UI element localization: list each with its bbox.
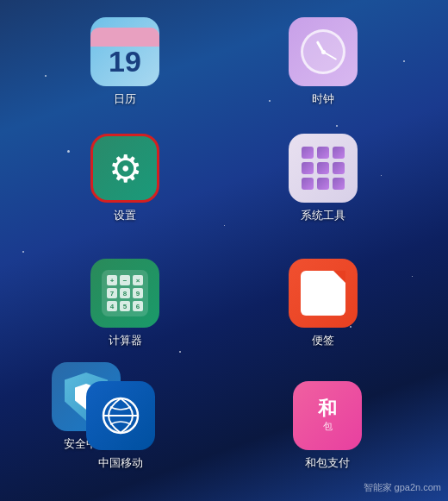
clock-face xyxy=(301,29,345,74)
notes-paper xyxy=(301,271,345,316)
system-tools-icon xyxy=(289,134,358,203)
sys-dot-8 xyxy=(317,178,329,190)
sys-dot-3 xyxy=(333,147,345,159)
app-settings[interactable]: ⚙ 设置 xyxy=(90,134,159,223)
notes-fold xyxy=(333,271,345,283)
bottom-dock: 中国移动 和 包 和包支付 xyxy=(17,381,431,471)
sys-dot-1 xyxy=(302,147,314,159)
calc-btn-4: 7 xyxy=(107,288,117,298)
system-grid xyxy=(295,140,352,197)
he-package-icon: 和 包 xyxy=(293,381,362,450)
clock-label: 时钟 xyxy=(312,91,334,107)
app-notes[interactable]: 便签 xyxy=(289,259,358,348)
calendar-icon: 19 xyxy=(90,17,159,86)
calculator-icon: + − × 7 8 9 4 5 6 xyxy=(90,259,159,328)
notes-label: 便签 xyxy=(312,333,334,348)
sys-dot-5 xyxy=(317,162,329,174)
calendar-date: 19 xyxy=(109,47,141,76)
calendar-label: 日历 xyxy=(114,91,136,107)
app-system-tools[interactable]: 系统工具 xyxy=(289,134,358,223)
cmobile-logo-svg xyxy=(98,393,143,438)
china-mobile-label: 中国移动 xyxy=(98,455,143,471)
hepack-chinese: 和 xyxy=(318,399,337,418)
he-package-label: 和包支付 xyxy=(305,455,350,471)
sys-dot-4 xyxy=(302,162,314,174)
calendar-top-bar xyxy=(90,28,159,47)
app-china-mobile[interactable]: 中国移动 xyxy=(86,381,155,471)
hepack-sub: 包 xyxy=(323,420,333,433)
calc-btn-9: 6 xyxy=(133,301,143,311)
calculator-label: 计算器 xyxy=(109,333,142,348)
settings-label: 设置 xyxy=(114,208,136,223)
sys-dot-9 xyxy=(333,178,345,190)
calc-grid: + − × 7 8 9 4 5 6 xyxy=(102,270,148,316)
notes-icon xyxy=(289,259,358,328)
calc-btn-8: 5 xyxy=(120,301,130,311)
gear-icon: ⚙ xyxy=(109,147,142,191)
app-he-package[interactable]: 和 包 和包支付 xyxy=(293,381,362,471)
app-calendar[interactable]: 19 日历 xyxy=(90,17,159,107)
calc-btn-7: 4 xyxy=(107,301,117,311)
clock-center-dot xyxy=(321,50,326,54)
sys-dot-7 xyxy=(302,178,314,190)
calc-btn-2: − xyxy=(120,275,130,285)
watermark: 智能家 gpa2n.com xyxy=(364,481,441,494)
calc-btn-5: 8 xyxy=(120,288,130,298)
calc-btn-3: × xyxy=(133,275,143,285)
sys-dot-2 xyxy=(317,147,329,159)
phone-screen: 19 日历 时钟 ⚙ 设置 xyxy=(0,0,448,501)
app-calculator[interactable]: + − × 7 8 9 4 5 6 计算器 xyxy=(90,259,159,348)
clock-icon xyxy=(289,17,358,86)
app-clock[interactable]: 时钟 xyxy=(289,17,358,107)
settings-icon: ⚙ xyxy=(90,134,159,203)
china-mobile-icon xyxy=(86,381,155,450)
sys-dot-6 xyxy=(333,162,345,174)
calc-btn-6: 9 xyxy=(133,288,143,298)
calc-btn-1: + xyxy=(107,275,117,285)
system-tools-label: 系统工具 xyxy=(301,208,345,223)
